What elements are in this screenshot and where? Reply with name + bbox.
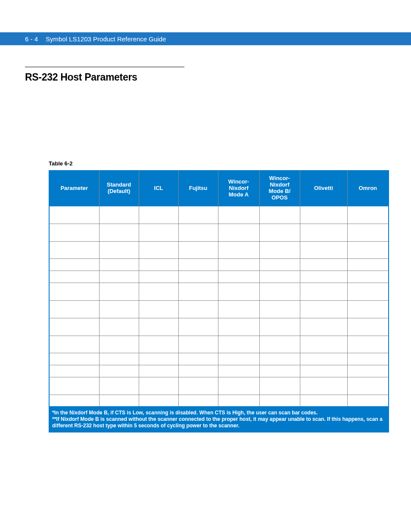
col-header-icl: ICL: [139, 170, 178, 206]
param-value-cell: Yes: [300, 206, 347, 224]
param-value-cell: Disable: [347, 365, 389, 377]
table-caption-title: Terminal Specific RS-232: [77, 160, 140, 167]
param-value-cell: 9.9 Sec.: [139, 318, 178, 336]
param-name-cell: ASCII Format: [49, 353, 99, 365]
intro-paragraph-2: Selecting the ICL, Fujitsu, Wincor-Nixdo…: [25, 122, 386, 149]
param-value-cell: 8-Bit: [218, 353, 259, 365]
param-value-cell: One: [139, 336, 178, 353]
param-value-cell: Disable: [259, 365, 300, 377]
param-value-cell: CR/LF (7013): [99, 241, 139, 258]
param-value-cell: 8-Bit: [259, 353, 300, 365]
param-name-cell: Beep On <BEL>: [49, 365, 99, 377]
param-value-cell: Yes: [178, 206, 218, 224]
param-value-cell: CR (1013): [218, 241, 259, 258]
col-header-parameter: Parameter: [49, 170, 99, 206]
page-number: 6 - 4: [25, 35, 38, 43]
table-row: ASCII Format8-Bit8-Bit8-Bit8-Bit8-Bit7-B…: [49, 353, 389, 365]
table-row: SuffixCR/LF (7013)CR (1013)CR (1013)CR (…: [49, 241, 389, 258]
table-row: RTS Line StateLowHighLowLowLow = No data…: [49, 377, 389, 395]
param-value-cell: None: [99, 300, 139, 318]
table-row: PrefixNoneNoneNoneNoneNoneSTX (1003)None: [49, 395, 389, 407]
table-head: Parameter Standard (Default) ICL Fujitsu…: [49, 170, 389, 206]
param-value-cell: None: [347, 395, 389, 407]
param-value-cell: Ack/Nak: [300, 300, 347, 318]
param-value-cell: 9.9 Sec.: [259, 318, 300, 336]
table-row: Baud Rate9600960096009600960096009600: [49, 258, 389, 271]
table-row: Stop Bit SelectOneOneOneOneOneOneOne: [49, 336, 389, 353]
param-value-cell: Even: [139, 271, 178, 283]
param-value-cell: Even: [300, 271, 347, 283]
param-value-cell: Data/Suffix: [259, 224, 300, 241]
param-value-cell: 9600: [178, 258, 218, 271]
param-value-cell: Low: [218, 377, 259, 395]
param-name-cell: Stop Bit Select: [49, 336, 99, 353]
param-value-cell: None: [347, 271, 389, 283]
col-header-fujitsu: Fujitsu: [178, 170, 218, 206]
param-value-cell: None: [178, 283, 218, 300]
table-row: Software HandshakingNoneNoneNoneNoneNone…: [49, 300, 389, 318]
table-row: Beep On <BEL>DisableDisableDisableDisabl…: [49, 365, 389, 377]
param-value-cell: 2 Sec.: [178, 318, 218, 336]
param-value-cell: Low = No data to send: [259, 377, 300, 395]
param-value-cell: One: [178, 336, 218, 353]
param-value-cell: None: [347, 283, 389, 300]
table-footnotes: *In the Nixdorf Mode B, if CTS is Low, s…: [49, 407, 389, 432]
param-value-cell: High: [347, 377, 389, 395]
table-caption-label: Table 6-2: [49, 160, 72, 167]
param-value-cell: Data/Suffix: [178, 224, 218, 241]
param-value-cell: Low: [99, 377, 139, 395]
page-header: 6 - 4 Symbol LS1203 Product Reference Gu…: [0, 32, 411, 45]
param-value-cell: None: [178, 300, 218, 318]
param-value-cell: One: [259, 336, 300, 353]
footnote-2: **If Nixdorf Mode B is scanned without t…: [52, 416, 386, 429]
param-value-cell: Disable: [178, 365, 218, 377]
param-value-cell: Odd: [259, 271, 300, 283]
param-value-cell: Disable: [139, 365, 178, 377]
param-value-cell: One: [347, 336, 389, 353]
footnote-1: *In the Nixdorf Mode B, if CTS is Low, s…: [52, 410, 386, 416]
parameters-table: Parameter Standard (Default) ICL Fujitsu…: [49, 170, 389, 432]
param-value-cell: None: [300, 283, 347, 300]
param-value-cell: 9.9 Sec.: [347, 318, 389, 336]
section-title: RS-232 Host Parameters: [25, 72, 386, 83]
table-wrapper: Table 6-2 Terminal Specific RS-232 Param…: [49, 160, 386, 432]
intro-paragraph-1: Various RS-232 hosts are set up with the…: [25, 99, 386, 116]
param-value-cell: CR (1013): [139, 241, 178, 258]
table-row: Transmit Code IDNoYesYesYesYesYesYes: [49, 206, 389, 224]
col-header-olivetti: Olivetti: [300, 170, 347, 206]
param-name-cell: Hardware Handshaking: [49, 283, 99, 300]
param-value-cell: One: [300, 336, 347, 353]
param-name-cell: Baud Rate: [49, 258, 99, 271]
param-name-cell: Software Handshaking: [49, 300, 99, 318]
param-name-cell: Serial Response Time-out: [49, 318, 99, 336]
param-value-cell: 9600: [99, 258, 139, 271]
param-value-cell: None: [259, 395, 300, 407]
param-value-cell: 7-Bit: [300, 353, 347, 365]
param-value-cell: 9600: [218, 258, 259, 271]
table-caption: Table 6-2 Terminal Specific RS-232: [49, 160, 386, 167]
param-value-cell: Disable: [300, 365, 347, 377]
param-value-cell: CR (1013): [347, 241, 389, 258]
param-value-cell: None: [139, 395, 178, 407]
param-value-cell: 9600: [347, 258, 389, 271]
param-value-cell: 9600: [139, 258, 178, 271]
param-value-cell: None: [139, 300, 178, 318]
param-value-cell: 9.9 Sec.: [300, 318, 347, 336]
param-name-cell: Prefix: [49, 395, 99, 407]
col-header-standard: Standard (Default): [99, 170, 139, 206]
param-value-cell: None: [99, 283, 139, 300]
param-value-cell: CR (1013): [178, 241, 218, 258]
param-value-cell: RTS/CTS Option 3: [259, 283, 300, 300]
param-name-cell: Data Transmission Format: [49, 224, 99, 241]
param-value-cell: Data/Suffix: [139, 224, 178, 241]
param-value-cell: No: [99, 206, 139, 224]
param-value-cell: None: [218, 395, 259, 407]
param-value-cell: Disable: [218, 365, 259, 377]
param-value-cell: One: [218, 336, 259, 353]
col-header-wincor-a: Wincor-Nixdorf Mode A: [218, 170, 259, 206]
guide-title: Symbol LS1203 Product Reference Guide: [46, 35, 166, 43]
param-value-cell: Data/Suffix: [347, 224, 389, 241]
param-value-cell: STX (1003): [300, 395, 347, 407]
param-value-cell: Low: [300, 377, 347, 395]
table-body: Transmit Code IDNoYesYesYesYesYesYesData…: [49, 206, 389, 407]
